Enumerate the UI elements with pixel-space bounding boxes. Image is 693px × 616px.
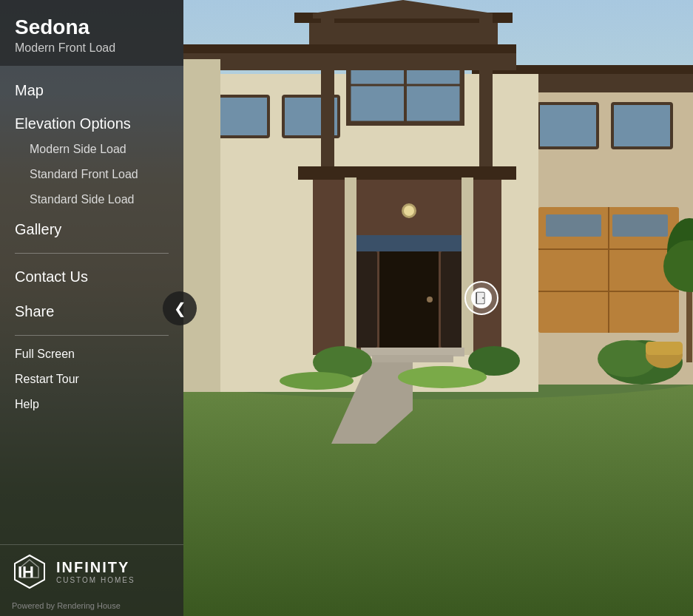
logo-text: INFINITY CUSTOM HOMES — [56, 559, 135, 584]
logo-area: IH INFINITY CUSTOM HOMES — [0, 544, 183, 598]
house-illustration — [183, 0, 693, 616]
header-section: Sedona Modern Front Load — [0, 0, 183, 66]
svg-rect-9 — [612, 214, 668, 237]
svg-rect-58 — [183, 59, 220, 392]
svg-rect-1 — [183, 362, 693, 616]
elevation-options-label: Elevation Options — [0, 108, 183, 137]
svg-rect-40 — [345, 177, 356, 355]
svg-point-54 — [398, 366, 487, 388]
home-title: Sedona — [15, 15, 169, 40]
contact-us-nav-item[interactable]: Contact Us — [0, 260, 183, 294]
home-subtitle: Modern Front Load — [15, 41, 169, 55]
elevation-standard-front-load[interactable]: Standard Front Load — [0, 162, 183, 187]
divider-1 — [15, 253, 169, 254]
logo-icon: IH — [12, 554, 47, 589]
logo-name: INFINITY — [56, 559, 135, 576]
restart-tour-nav-item[interactable]: Restart Tour — [0, 367, 183, 392]
svg-rect-12 — [538, 104, 598, 148]
door-icon — [475, 291, 488, 305]
svg-rect-56 — [183, 52, 516, 70]
divider-2 — [15, 335, 169, 336]
svg-rect-32 — [298, 166, 516, 180]
nav-content: Map Elevation Options Modern Side Load S… — [0, 66, 183, 544]
svg-rect-43 — [372, 355, 453, 362]
door-hotspot-inner — [471, 288, 492, 308]
back-arrow-icon: ❮ — [174, 299, 186, 317]
help-nav-item[interactable]: Help — [0, 392, 183, 417]
share-nav-item[interactable]: Share — [0, 294, 183, 329]
svg-point-37 — [427, 297, 433, 302]
svg-point-65 — [482, 297, 484, 299]
house-scene — [183, 0, 693, 616]
back-button[interactable]: ❮ — [163, 291, 197, 325]
svg-rect-34 — [354, 251, 377, 348]
svg-rect-29 — [479, 15, 493, 185]
svg-rect-22 — [213, 96, 268, 137]
svg-rect-48 — [646, 342, 683, 355]
gallery-nav-item[interactable]: Gallery — [0, 212, 183, 247]
svg-rect-35 — [441, 251, 464, 348]
fullscreen-nav-item[interactable]: Full Screen — [0, 342, 183, 367]
svg-point-39 — [404, 206, 414, 216]
svg-rect-41 — [462, 177, 473, 355]
logo-tagline: CUSTOM HOMES — [56, 576, 135, 584]
svg-rect-13 — [612, 104, 672, 148]
svg-rect-8 — [546, 214, 601, 237]
svg-rect-28 — [321, 15, 334, 185]
door-hotspot[interactable] — [464, 281, 498, 315]
svg-rect-57 — [183, 44, 516, 53]
svg-point-55 — [280, 372, 354, 390]
elevation-modern-side-load[interactable]: Modern Side Load — [0, 137, 183, 162]
map-nav-item[interactable]: Map — [0, 73, 183, 108]
nav-panel: Sedona Modern Front Load Map Elevation O… — [0, 0, 183, 616]
elevation-standard-side-load[interactable]: Standard Side Load — [0, 187, 183, 212]
powered-by-text: Powered by Rendering House — [0, 598, 183, 616]
svg-rect-36 — [354, 235, 464, 251]
